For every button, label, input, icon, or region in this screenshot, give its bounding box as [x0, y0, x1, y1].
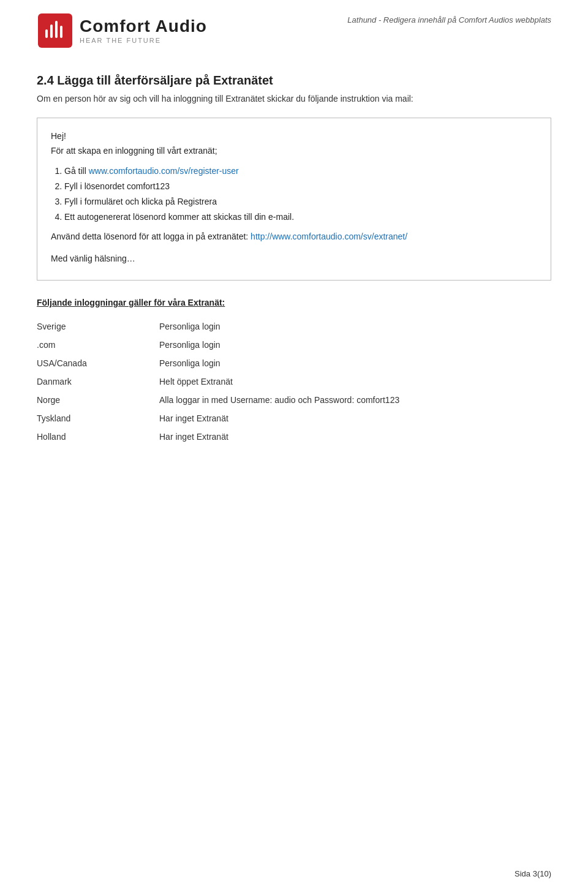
login-country: Danmark [37, 372, 159, 391]
header-title: Lathund - Redigera innehåll på Comfort A… [347, 12, 551, 24]
page-number: Sida 3(10) [514, 869, 551, 878]
login-table-row: Danmark Helt öppet Extranät [37, 372, 551, 391]
login-description: Personliga login [159, 354, 551, 372]
login-table-row: Norge Alla loggar in med Username: audio… [37, 391, 551, 409]
login-description: Har inget Extranät [159, 428, 551, 446]
sign-off: Med vänlig hälsning… [51, 252, 537, 266]
login-table-row: Sverige Personliga login [37, 317, 551, 336]
email-step-4: Ett autogenererat lösenord kommer att sk… [64, 209, 537, 225]
svg-rect-3 [55, 21, 58, 38]
email-step-2: Fyll i lösenordet comfort123 [64, 179, 537, 194]
email-steps-list: Gå till www.comfortaudio.com/sv/register… [64, 164, 537, 225]
login-table-row: Tyskland Har inget Extranät [37, 409, 551, 428]
logo-sub-text: HEAR THE FUTURE [80, 37, 207, 44]
logo-area: Comfort Audio HEAR THE FUTURE [37, 12, 207, 49]
page: Comfort Audio HEAR THE FUTURE Lathund - … [0, 0, 588, 893]
register-user-link[interactable]: www.comfortaudio.com/sv/register-user [89, 166, 239, 176]
comfort-audio-logo-icon [37, 12, 74, 49]
login-country: Holland [37, 428, 159, 446]
section-intro: Om en person hör av sig och vill ha inlo… [37, 92, 551, 105]
login-table: Sverige Personliga login .com Personliga… [37, 317, 551, 446]
email-greeting: Hej! För att skapa en inloggning till vå… [51, 129, 537, 159]
login-country: Sverige [37, 317, 159, 336]
login-country: Norge [37, 391, 159, 409]
login-description: Alla loggar in med Username: audio och P… [159, 391, 551, 409]
login-table-heading: Följande inloggningar gäller för våra Ex… [37, 298, 551, 307]
header: Comfort Audio HEAR THE FUTURE Lathund - … [37, 12, 551, 55]
login-table-row: USA/Canada Personliga login [37, 354, 551, 372]
login-description: Personliga login [159, 336, 551, 354]
login-description: Helt öppet Extranät [159, 372, 551, 391]
login-country: Tyskland [37, 409, 159, 428]
page-footer: Sida 3(10) [514, 869, 551, 878]
email-step-3: Fyll i formuläret och klicka på Registre… [64, 194, 537, 209]
login-table-row: .com Personliga login [37, 336, 551, 354]
login-country: USA/Canada [37, 354, 159, 372]
login-description: Har inget Extranät [159, 409, 551, 428]
logo-main-text: Comfort Audio [80, 17, 207, 36]
extranet-link[interactable]: http://www.comfortaudio.com/sv/extranet/ [251, 232, 407, 241]
login-description: Personliga login [159, 317, 551, 336]
section-heading: 2.4 Lägga till återförsäljare på Extranä… [37, 73, 551, 88]
logo-row: Comfort Audio HEAR THE FUTURE [37, 12, 207, 49]
svg-rect-2 [50, 24, 53, 38]
email-box: Hej! För att skapa en inloggning till vå… [37, 118, 551, 281]
login-country: .com [37, 336, 159, 354]
svg-rect-4 [60, 26, 62, 38]
login-table-row: Holland Har inget Extranät [37, 428, 551, 446]
email-step-1: Gå till www.comfortaudio.com/sv/register… [64, 164, 537, 179]
logga-in-text: Använd detta lösenord för att logga in p… [51, 230, 537, 244]
svg-rect-1 [45, 29, 48, 38]
logo-text-block: Comfort Audio HEAR THE FUTURE [80, 17, 207, 45]
